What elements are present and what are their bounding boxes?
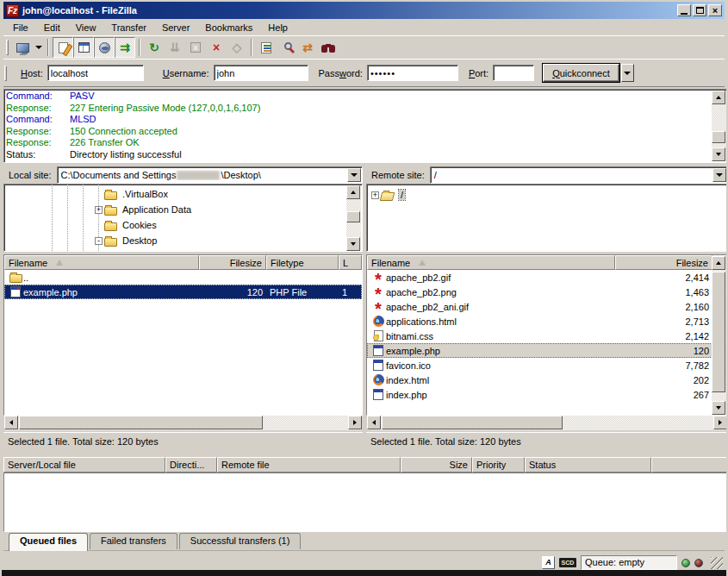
tree-item-cookies[interactable]: Cookies — [95, 217, 157, 233]
disconnect-button[interactable]: × — [206, 37, 227, 58]
process-queue-button[interactable]: ⇊ — [165, 37, 185, 58]
menu-server[interactable]: Server — [154, 21, 197, 34]
remote-site-path: / — [431, 170, 712, 180]
toggle-local-tree-button[interactable] — [73, 37, 94, 58]
minimize-button[interactable] — [677, 4, 691, 16]
synchronized-browsing-button[interactable]: ⇄ — [297, 37, 318, 58]
tree-item-virtualbox[interactable]: .VirtualBox — [95, 186, 168, 202]
remote-file-row[interactable]: index.html 202 — [367, 373, 712, 387]
column-header-filetype[interactable]: Filetype — [266, 255, 339, 270]
port-input[interactable] — [493, 65, 534, 81]
remote-file-row[interactable]: applications.html 2,713 — [367, 314, 712, 329]
log-vertical-scrollbar[interactable] — [712, 91, 726, 161]
magnifier-icon — [284, 42, 292, 50]
quickconnect-button[interactable]: Quickconnect — [543, 64, 619, 82]
remote-list-scrollbar[interactable] — [712, 256, 726, 415]
username-input[interactable] — [214, 65, 308, 81]
menu-file[interactable]: File — [5, 21, 36, 34]
scroll-right-button[interactable] — [348, 416, 362, 429]
tree-item-application-data[interactable]: + Application Data — [95, 202, 191, 217]
scrollbar-thumb[interactable] — [19, 416, 263, 429]
tree-item-root[interactable]: + / — [371, 187, 405, 203]
scrollbar-thumb[interactable] — [712, 131, 725, 143]
column-header-direction[interactable]: Directi... — [165, 457, 217, 473]
expand-icon[interactable]: + — [95, 206, 103, 214]
password-input[interactable] — [367, 65, 458, 81]
menu-edit[interactable]: Edit — [36, 21, 68, 34]
reconnect-button[interactable]: ◇ — [227, 37, 247, 58]
column-header-size[interactable]: Size — [401, 457, 472, 473]
column-header-lastmodified[interactable]: L — [339, 255, 362, 270]
column-header-server-local-file[interactable]: Server/Local file — [3, 457, 165, 473]
scroll-down-button[interactable] — [712, 147, 725, 161]
scroll-down-button[interactable] — [712, 401, 725, 415]
scroll-right-button[interactable] — [713, 416, 727, 429]
quickconnect-grip[interactable] — [4, 66, 7, 81]
local-list-hscrollbar[interactable] — [4, 416, 362, 430]
remote-file-row[interactable]: *apache_pb2_ani.gif 2,160 — [367, 299, 712, 314]
remote-file-row[interactable]: favicon.ico 7,782 — [367, 358, 712, 373]
remote-file-row[interactable]: *apache_pb2.png 1,463 — [367, 285, 712, 299]
remote-file-row[interactable]: index.php 267 — [367, 387, 712, 402]
remote-file-row[interactable]: *apache_pb2.gif 2,414 — [367, 270, 712, 285]
scroll-down-button[interactable] — [346, 237, 360, 251]
tab-failed-transfers[interactable]: Failed transfers — [90, 533, 177, 549]
html-file-icon — [370, 373, 386, 386]
local-tree-scrollbar[interactable] — [346, 185, 361, 251]
expand-icon[interactable]: + — [371, 191, 379, 199]
scrollbar-thumb[interactable] — [346, 211, 360, 222]
close-button[interactable]: × — [708, 4, 722, 16]
tree-item-desktop[interactable]: - Desktop — [95, 233, 157, 248]
column-header-filesize[interactable]: Filesize — [199, 255, 266, 270]
remote-site-combo[interactable]: / — [430, 166, 728, 184]
find-files-button[interactable] — [318, 37, 339, 58]
local-file-row-parent[interactable]: .. — [4, 270, 362, 285]
toggle-transfer-queue-button[interactable]: ⇉ — [115, 37, 135, 58]
column-header-status[interactable]: Status — [525, 457, 651, 473]
scrollbar-thumb[interactable] — [712, 272, 725, 392]
scroll-left-button[interactable] — [4, 416, 18, 429]
queue-list[interactable] — [3, 473, 728, 532]
resize-grip[interactable] — [711, 557, 723, 569]
remote-list-hscrollbar[interactable] — [367, 416, 727, 430]
scroll-up-button[interactable] — [712, 256, 725, 270]
column-header-filename[interactable]: Filename — [367, 255, 615, 270]
scroll-left-button[interactable] — [367, 416, 381, 429]
menu-transfer[interactable]: Transfer — [103, 21, 154, 34]
tab-queued-files[interactable]: Queued files — [9, 533, 88, 551]
local-site-dropdown-button[interactable] — [347, 168, 361, 182]
remote-file-row-example-php[interactable]: example.php 120 — [367, 343, 712, 358]
menu-bookmarks[interactable]: Bookmarks — [197, 21, 260, 34]
filter-button[interactable] — [256, 37, 277, 58]
site-manager-button[interactable] — [12, 37, 33, 58]
collapse-icon[interactable]: - — [95, 237, 103, 245]
column-header-filename[interactable]: Filename — [4, 255, 199, 270]
remote-site-dropdown-button[interactable] — [712, 168, 726, 182]
host-input[interactable] — [47, 65, 144, 81]
tab-successful-transfers[interactable]: Successful transfers (1) — [179, 533, 302, 549]
folder-icon — [103, 203, 118, 216]
remote-file-row[interactable]: bitnami.css 2,142 — [367, 329, 712, 343]
scrollbar-thumb[interactable] — [382, 416, 563, 429]
column-header-filesize[interactable]: Filesize — [615, 255, 712, 270]
toggle-message-log-button[interactable] — [53, 37, 73, 58]
quickconnect-dropdown-button[interactable] — [621, 64, 634, 82]
cancel-operation-button[interactable]: x — [185, 37, 206, 58]
maximize-button[interactable] — [693, 4, 706, 16]
site-manager-dropdown-button[interactable] — [33, 38, 44, 57]
toggle-remote-tree-button[interactable] — [94, 37, 115, 58]
menu-help[interactable]: Help — [260, 21, 296, 34]
remote-status-text: Selected 1 file. Total size: 120 bytes — [366, 432, 728, 449]
column-header-priority[interactable]: Priority — [472, 457, 525, 473]
column-header-remote-file[interactable]: Remote file — [217, 457, 401, 473]
toolbar-grip[interactable] — [6, 40, 9, 55]
scroll-up-button[interactable] — [346, 185, 360, 199]
directory-comparison-button[interactable] — [277, 37, 297, 58]
refresh-button[interactable]: ↻ — [144, 37, 165, 58]
local-file-row-example-php[interactable]: example.php 120 PHP File 1 — [4, 285, 362, 299]
menu-view[interactable]: View — [68, 21, 104, 34]
local-site-combo[interactable]: C:\Documents and Settings\Desktop\ — [57, 166, 363, 184]
local-directory-tree: .VirtualBox + Application Data Cookies -… — [3, 184, 363, 252]
image-file-icon: * — [370, 271, 386, 284]
scroll-up-button[interactable] — [712, 91, 725, 104]
